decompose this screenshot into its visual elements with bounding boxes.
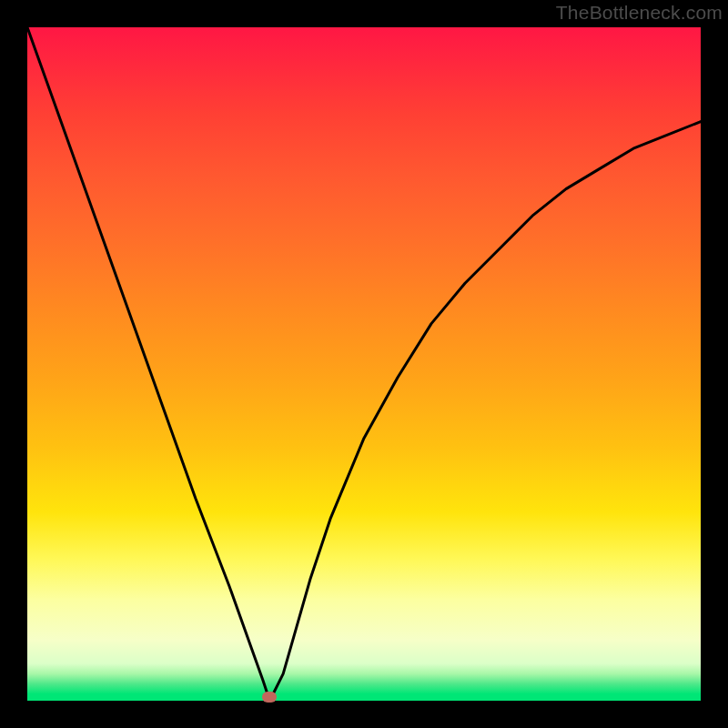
watermark-text: TheBottleneck.com [556,2,723,24]
bottleneck-curve [27,27,701,701]
chart-frame: TheBottleneck.com [0,0,728,728]
optimal-point-marker [262,692,277,703]
